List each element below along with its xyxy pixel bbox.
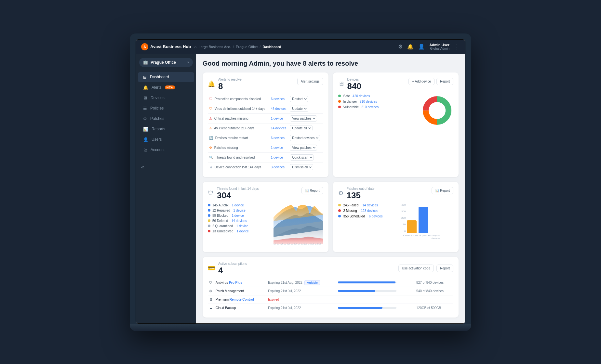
chevron-down-icon: ▾ — [187, 60, 189, 64]
alert-devices[interactable]: 14 devices — [270, 123, 289, 133]
sub-count-cell: 827 of 840 devices — [415, 279, 453, 287]
sub-progress-cell — [337, 279, 415, 287]
sidebar-label-patches: Patches — [150, 116, 164, 121]
breadcrumb-office[interactable]: Prague Office — [236, 45, 258, 49]
subs-buttons: Use activation code Report — [398, 265, 453, 272]
threats-label: Threats found in last 14 days — [217, 187, 259, 190]
alert-action[interactable]: Dismiss all — [288, 162, 323, 172]
sub-icon-cell: 🖥 — [208, 295, 214, 304]
sub-expiry-cell: Expiring 21st Aug, 2022Multiple — [267, 279, 337, 287]
alert-devices[interactable]: 3 devices — [270, 162, 289, 172]
alert-status-icon: ⚠ — [209, 126, 212, 130]
alert-status-icon: ⚙ — [209, 146, 212, 150]
alert-row: 🔄 Devices require restart 6 devices Rest… — [208, 133, 323, 143]
progress-bar — [338, 290, 396, 292]
breadcrumb: ⌂ Large Business Acc. / Prague Office / … — [194, 45, 281, 49]
svg-text:Jun 5: Jun 5 — [287, 243, 289, 245]
threats-report-button[interactable]: 📊 Report — [301, 187, 323, 194]
alert-status-icon: 🖥 — [209, 165, 212, 169]
reports-icon: 📊 — [143, 127, 148, 132]
add-device-button[interactable]: + Add device — [408, 78, 434, 85]
threats-content: 145 Autofix 1 device 12 Repaired 1 devic… — [208, 203, 323, 247]
alert-action[interactable]: Restart devices — [288, 133, 323, 143]
patches-report-button[interactable]: 📊 Report — [432, 187, 453, 194]
user-avatar-icon: 👤 — [418, 44, 425, 50]
sidebar-label-policies: Policies — [150, 106, 164, 110]
patches-stats: 245 Failed 14 devices 2 Missing 123 devi… — [338, 203, 398, 220]
svg-text:Jun 4: Jun 4 — [284, 243, 287, 245]
sidebar-item-devices[interactable]: 🖥 Devices — [138, 93, 194, 103]
danger-link[interactable]: 210 devices — [360, 100, 377, 103]
alert-status-icon: 🛡 — [209, 107, 212, 110]
avast-logo: A Avast Business Hub — [141, 43, 191, 50]
svg-text:Jun 13: Jun 13 — [315, 243, 318, 245]
sub-name-cell: Cloud Backup — [214, 304, 267, 312]
devices-count: 840 — [347, 82, 361, 90]
alert-devices[interactable]: 1 device — [270, 152, 289, 162]
alert-devices[interactable]: 6 devices — [270, 94, 289, 104]
vulnerable-link[interactable]: 210 devices — [361, 105, 379, 109]
alert-devices[interactable]: 1 device — [270, 143, 289, 152]
alert-devices[interactable]: 45 devices — [270, 104, 289, 113]
sidebar-item-policies[interactable]: ☰ Policies — [138, 103, 194, 113]
main-content: Good morning Admin, you have 8 alerts to… — [196, 54, 465, 323]
use-activation-code-button[interactable]: Use activation code — [398, 265, 434, 272]
alert-row: 🖥 Device connection lost 14+ days 3 devi… — [208, 162, 323, 172]
devices-report-button[interactable]: Report — [436, 78, 453, 85]
subs-header-left: 💳 Active subscriptions 4 — [208, 262, 247, 275]
sidebar-item-account[interactable]: 🗂 Account — [138, 145, 194, 155]
danger-dot — [338, 100, 341, 103]
sidebar-office-selector[interactable]: 🏢 Prague Office ▾ — [139, 58, 193, 67]
sidebar-item-patches[interactable]: ⚙ Patches — [138, 114, 194, 124]
patches-content: 245 Failed 14 devices 2 Missing 123 devi… — [338, 203, 454, 240]
sub-name-cell: Patch Management — [214, 287, 267, 295]
sidebar-item-users[interactable]: 👤 Users — [138, 135, 194, 145]
bar-blue — [419, 207, 428, 233]
alerts-header-left: 🔔 Alerts to resolve 8 — [208, 78, 242, 90]
notifications-icon[interactable]: 🔔 — [407, 44, 414, 50]
avast-logo-icon: A — [141, 43, 148, 50]
alert-settings-button[interactable]: Alert settings — [297, 78, 323, 85]
donut-chart — [421, 94, 453, 127]
alert-action[interactable]: Update — [288, 104, 323, 113]
sidebar-item-reports[interactable]: 📊 Reports — [138, 124, 194, 134]
patches-card: ⚙ Patches out of date 135 📊 Report — [333, 182, 459, 252]
sidebar-item-dashboard[interactable]: ⊞ Dashboard — [138, 72, 194, 82]
breadcrumb-sep1: / — [233, 45, 234, 49]
svg-text:Jun 11: Jun 11 — [308, 243, 311, 245]
sidebar-item-alerts[interactable]: 🔔 Alerts NEW — [138, 83, 194, 93]
alert-row: ⚙ Patches missing 1 device View patches — [208, 143, 323, 152]
sub-expiry-cell: Expiring 21st Jul, 2022 — [267, 287, 337, 295]
sidebar-label-reports: Reports — [152, 127, 165, 131]
subscription-row: ☁ Cloud Backup Expiring 21st Jul, 2022 1… — [208, 304, 453, 312]
safe-dot — [338, 95, 341, 97]
alert-action[interactable]: Update all — [288, 123, 323, 133]
alert-devices[interactable]: 1 device — [270, 113, 289, 123]
patches-icon-card: ⚙ — [338, 189, 343, 197]
subs-count: 4 — [218, 266, 247, 275]
svg-text:Jun 9: Jun 9 — [301, 243, 303, 245]
safe-link[interactable]: 420 devices — [353, 94, 370, 98]
settings-icon[interactable]: ⚙ — [398, 44, 403, 50]
devices-buttons: + Add device Report — [408, 78, 453, 85]
alert-action[interactable]: Restart — [288, 94, 323, 104]
sub-icon-cell: ☁ — [208, 304, 214, 312]
sub-name-cell: Premium Remote Control — [214, 295, 267, 304]
devices-stats: Safe 420 devices In danger 210 devices — [338, 94, 416, 127]
alert-action[interactable]: Quick scan — [288, 152, 323, 162]
patches-chart-caption: Current state of patches on your devices — [401, 234, 440, 240]
patches-bar-chart: 400 300 200 10 0 — [401, 203, 453, 240]
alert-devices[interactable]: 6 devices — [270, 133, 289, 143]
breadcrumb-sep2: / — [260, 45, 260, 49]
sidebar-collapse-btn[interactable]: « — [136, 162, 196, 173]
alert-action[interactable]: View patches — [288, 113, 323, 123]
page-title: Good morning Admin, you have 8 alerts to… — [203, 60, 459, 67]
menu-dots-icon[interactable]: ⋮ — [454, 43, 460, 50]
threat-quarantined: 2 Quarantined 1 device — [208, 224, 270, 228]
sub-progress-cell — [337, 304, 415, 312]
sidebar-nav: ⊞ Dashboard 🔔 Alerts NEW 🖥 Devices ☰ — [136, 72, 196, 155]
alert-action[interactable]: View patches — [288, 143, 323, 152]
devices-label: Devices — [347, 78, 361, 81]
breadcrumb-account[interactable]: Large Business Acc. — [198, 45, 231, 49]
subs-report-button[interactable]: Report — [436, 265, 453, 272]
